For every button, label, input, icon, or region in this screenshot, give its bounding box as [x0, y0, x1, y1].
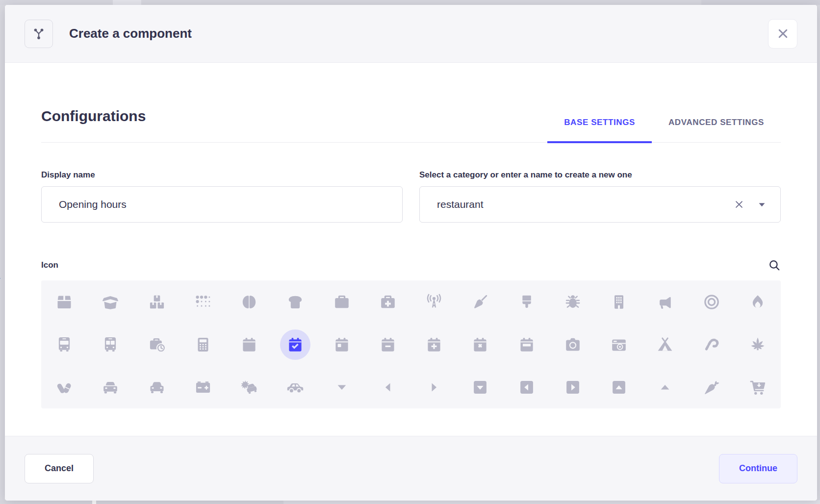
icon-section-header: Icon: [41, 259, 781, 272]
car-side-icon[interactable]: [272, 366, 318, 408]
caret-square-right-icon[interactable]: [550, 366, 596, 408]
dialog-header: Create a component: [5, 5, 817, 63]
briefcase-medical-icon[interactable]: [365, 280, 411, 323]
cannabis-icon[interactable]: [735, 323, 781, 366]
component-icon: [32, 27, 46, 41]
brush-icon[interactable]: [504, 280, 550, 323]
category-label: Select a category or enter a name to cre…: [419, 170, 781, 180]
caret-up-icon[interactable]: [642, 366, 688, 408]
calculator-icon[interactable]: [180, 323, 226, 366]
bug-icon[interactable]: [550, 280, 596, 323]
calendar-minus-icon[interactable]: [365, 323, 411, 366]
caret-square-left-icon[interactable]: [504, 366, 550, 408]
box-open-icon[interactable]: [87, 280, 133, 323]
business-time-icon[interactable]: [134, 323, 180, 366]
clear-icon[interactable]: [734, 199, 744, 210]
car-crash-icon[interactable]: [226, 366, 272, 408]
building-icon[interactable]: [596, 280, 642, 323]
briefcase-icon[interactable]: [319, 280, 365, 323]
category-input[interactable]: [437, 199, 734, 210]
campground-icon[interactable]: [642, 323, 688, 366]
dialog-footer: Cancel Continue: [5, 436, 817, 501]
chevron-down-icon[interactable]: [758, 202, 766, 207]
broadcast-tower-icon[interactable]: [411, 280, 457, 323]
bullseye-icon[interactable]: [689, 280, 735, 323]
capsules-icon[interactable]: [41, 366, 87, 408]
background-page-left-strip: e e r t Y n t ≡ t t: [0, 0, 5, 504]
car-icon[interactable]: [87, 366, 133, 408]
caret-square-down-icon[interactable]: [457, 366, 503, 408]
caret-right-icon[interactable]: [411, 366, 457, 408]
settings-tabs: BASE SETTINGS ADVANCED SETTINGS: [547, 118, 781, 142]
burn-icon[interactable]: [735, 280, 781, 323]
tab-base-settings[interactable]: BASE SETTINGS: [547, 118, 652, 142]
calendar-icon[interactable]: [226, 323, 272, 366]
caret-square-up-icon[interactable]: [596, 366, 642, 408]
form-fields: Display name Select a category or enter …: [41, 170, 781, 223]
continue-button[interactable]: Continue: [719, 454, 797, 483]
caret-left-icon[interactable]: [365, 366, 411, 408]
bread-slice-icon[interactable]: [272, 280, 318, 323]
category-field-group: Select a category or enter a name to cre…: [419, 170, 781, 223]
broom-icon[interactable]: [457, 280, 503, 323]
carrot-icon[interactable]: [689, 366, 735, 408]
calendar-day-icon[interactable]: [319, 323, 365, 366]
display-name-label: Display name: [41, 170, 403, 180]
bullhorn-icon[interactable]: [642, 280, 688, 323]
car-alt-icon[interactable]: [134, 366, 180, 408]
background-page-top-strip: [0, 0, 820, 5]
calendar-times-icon[interactable]: [457, 323, 503, 366]
display-name-field-group: Display name: [41, 170, 403, 223]
combobox-actions: [734, 199, 766, 210]
close-icon: [776, 27, 790, 40]
dialog-title: Create a component: [69, 26, 192, 41]
display-name-input-box: [41, 186, 403, 223]
candy-cane-icon[interactable]: [689, 323, 735, 366]
brain-icon[interactable]: [226, 280, 272, 323]
bus-alt-icon[interactable]: [87, 323, 133, 366]
section-title: Configurations: [41, 108, 146, 142]
cancel-button[interactable]: Cancel: [25, 454, 94, 483]
create-component-dialog: Create a component Configurations BASE S…: [5, 5, 817, 501]
category-combobox: [419, 186, 781, 223]
camera-retro-icon[interactable]: [596, 323, 642, 366]
calendar-week-icon[interactable]: [504, 323, 550, 366]
icon-label: Icon: [41, 260, 58, 270]
calendar-check-icon[interactable]: [272, 323, 318, 366]
component-badge: [25, 20, 53, 48]
background-page-bottom-strip: [0, 500, 820, 504]
camera-icon[interactable]: [550, 323, 596, 366]
icon-grid: [41, 280, 781, 408]
configurations-header: Configurations BASE SETTINGS ADVANCED SE…: [41, 108, 781, 143]
search-icon[interactable]: [768, 259, 781, 272]
cart-arrow-down-icon[interactable]: [735, 366, 781, 408]
box-icon[interactable]: [41, 280, 87, 323]
calendar-plus-icon[interactable]: [411, 323, 457, 366]
tab-advanced-settings[interactable]: ADVANCED SETTINGS: [652, 118, 781, 142]
bus-icon[interactable]: [41, 323, 87, 366]
dialog-body: Configurations BASE SETTINGS ADVANCED SE…: [5, 63, 817, 436]
close-button[interactable]: [768, 19, 797, 49]
car-battery-icon[interactable]: [180, 366, 226, 408]
boxes-icon[interactable]: [134, 280, 180, 323]
display-name-input[interactable]: [59, 199, 387, 210]
caret-down-icon[interactable]: [319, 366, 365, 408]
braille-icon[interactable]: [180, 280, 226, 323]
